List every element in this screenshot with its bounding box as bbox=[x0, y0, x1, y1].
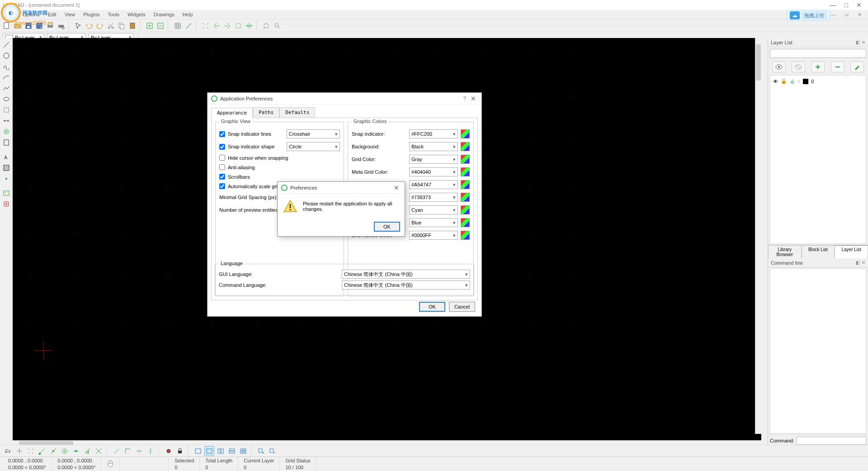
snap-ex-icon[interactable]: Ex bbox=[3, 446, 13, 456]
layer-filter-input[interactable] bbox=[770, 49, 866, 58]
snap-intersection-icon[interactable] bbox=[94, 446, 104, 456]
paste-icon[interactable] bbox=[127, 21, 137, 31]
snap-lines-checkbox[interactable] bbox=[219, 131, 225, 137]
restrict-nothing-icon[interactable] bbox=[112, 446, 122, 456]
cmd-close-icon[interactable]: ✕ bbox=[862, 260, 865, 265]
dimension-tool-icon[interactable] bbox=[1, 116, 11, 126]
tab-layer-list[interactable]: Layer List bbox=[835, 245, 868, 258]
zoom-auto-icon[interactable] bbox=[201, 21, 211, 31]
restrict-ortho-icon[interactable] bbox=[123, 446, 133, 456]
col6-color-btn[interactable] bbox=[461, 193, 470, 202]
zoom-in-icon[interactable] bbox=[145, 21, 155, 31]
select-tool-icon[interactable] bbox=[1, 105, 11, 115]
layer-lock-icon[interactable]: 🔒 bbox=[781, 78, 787, 84]
draft-mode-icon[interactable] bbox=[184, 21, 193, 31]
mdi-maximize-icon[interactable]: ▱ bbox=[840, 12, 853, 18]
find-icon[interactable] bbox=[272, 21, 282, 31]
hatch-tool-icon[interactable] bbox=[1, 163, 11, 173]
msg-title-bar[interactable]: Preferences ✕ bbox=[278, 182, 405, 194]
zoom-previous-icon[interactable] bbox=[212, 21, 222, 31]
layer-construct-icon[interactable]: # bbox=[797, 79, 800, 84]
info-tool-icon[interactable] bbox=[1, 138, 11, 147]
snap-grid-icon[interactable] bbox=[26, 446, 36, 456]
layer-showall-icon[interactable] bbox=[772, 62, 786, 72]
grid-color-btn[interactable] bbox=[461, 155, 470, 164]
point-tool-icon[interactable] bbox=[1, 174, 11, 184]
end-handle-color-btn[interactable] bbox=[461, 231, 470, 240]
col7-color-btn[interactable] bbox=[461, 205, 470, 214]
tab-library-browser[interactable]: Library Browser bbox=[768, 245, 802, 258]
cursor-icon[interactable] bbox=[73, 21, 83, 31]
col5-combo[interactable]: #A54747▾ bbox=[409, 180, 458, 189]
msg-close-icon[interactable]: ✕ bbox=[392, 184, 401, 191]
snap-free-icon[interactable] bbox=[14, 446, 24, 456]
menu-plugins[interactable]: Plugins bbox=[80, 11, 103, 18]
view-4-icon[interactable] bbox=[227, 446, 237, 456]
anti-alias-checkbox[interactable] bbox=[219, 164, 225, 170]
grid-combo[interactable]: Gray▾ bbox=[409, 155, 458, 164]
snap-distance-icon[interactable]: d bbox=[82, 446, 92, 456]
view-add-icon[interactable] bbox=[256, 446, 266, 456]
snap-ind-combo[interactable]: #FFC200▾ bbox=[409, 129, 458, 138]
layer-add-icon[interactable] bbox=[811, 62, 825, 72]
cmd-float-icon[interactable]: ◧ bbox=[856, 260, 860, 265]
restrict-vert-icon[interactable] bbox=[146, 446, 156, 456]
tab-block-list[interactable]: Block List bbox=[802, 245, 835, 258]
relative-zero-icon[interactable] bbox=[164, 446, 174, 456]
redo-icon[interactable] bbox=[95, 21, 105, 31]
layer-hideall-icon[interactable] bbox=[792, 62, 805, 72]
menu-drawings[interactable]: Drawings bbox=[150, 11, 178, 18]
handle-combo[interactable]: Blue▾ bbox=[409, 218, 458, 227]
layer-row-0[interactable]: 👁 🔒 🖨 # 0 bbox=[772, 77, 864, 85]
restrict-horiz-icon[interactable] bbox=[134, 446, 144, 456]
scrollbars-checkbox[interactable] bbox=[219, 174, 225, 180]
snap-onentity-icon[interactable] bbox=[48, 446, 58, 456]
arc-tool-icon[interactable] bbox=[1, 72, 11, 82]
view-1-icon[interactable] bbox=[193, 446, 203, 456]
layer-visible-icon[interactable]: 👁 bbox=[773, 79, 778, 84]
grid-toggle-icon[interactable] bbox=[173, 21, 183, 31]
block-tool-icon[interactable] bbox=[1, 199, 11, 209]
cloud-upload-badge[interactable]: ☁ 拖拽上传 bbox=[787, 10, 830, 21]
col7-combo[interactable]: Cyan▾ bbox=[409, 205, 458, 214]
menu-help[interactable]: Help bbox=[179, 11, 197, 18]
lock-relative-icon[interactable] bbox=[175, 446, 185, 456]
msg-ok-button[interactable]: OK bbox=[374, 222, 400, 232]
polyline-tool-icon[interactable] bbox=[1, 83, 11, 93]
regen-icon[interactable] bbox=[261, 21, 271, 31]
cut-icon[interactable] bbox=[106, 21, 116, 31]
tab-appearance[interactable]: Appearance bbox=[211, 108, 253, 118]
bg-combo[interactable]: Black▾ bbox=[409, 142, 458, 151]
layer-remove-icon[interactable] bbox=[831, 62, 844, 72]
panel-close-icon[interactable]: ✕ bbox=[862, 40, 865, 45]
cmd-lang-combo[interactable]: Chinese 简体中文 (China 中国)▾ bbox=[342, 281, 470, 290]
command-input[interactable] bbox=[796, 437, 866, 445]
view-2-icon[interactable] bbox=[204, 446, 214, 456]
close-icon[interactable]: ✕ bbox=[856, 1, 862, 9]
line-tool-icon[interactable] bbox=[1, 40, 11, 50]
panel-float-icon[interactable]: ◧ bbox=[856, 40, 860, 45]
prefs-help-icon[interactable]: ? bbox=[460, 95, 469, 102]
modify-tool-icon[interactable] bbox=[1, 127, 11, 137]
end-handle-combo[interactable]: #0000FF▾ bbox=[409, 231, 458, 240]
tab-defaults[interactable]: Defaults bbox=[279, 107, 315, 118]
vertical-scrollbar[interactable] bbox=[755, 38, 761, 434]
menu-view[interactable]: View bbox=[61, 11, 79, 18]
ellipse-tool-icon[interactable] bbox=[1, 94, 11, 104]
prefs-close-icon[interactable]: ✕ bbox=[469, 95, 478, 102]
layer-print-icon[interactable]: 🖨 bbox=[790, 79, 795, 84]
zoom-out-icon[interactable] bbox=[156, 21, 165, 31]
snap-center-icon[interactable] bbox=[60, 446, 70, 456]
menu-tools[interactable]: Tools bbox=[104, 11, 123, 18]
prefs-cancel-button[interactable]: Cancel bbox=[449, 302, 475, 312]
menu-widgets[interactable]: Widgets bbox=[124, 11, 149, 18]
snap-shape-checkbox[interactable] bbox=[219, 144, 225, 150]
text-tool-icon[interactable]: A bbox=[1, 152, 11, 162]
circle-tool-icon[interactable] bbox=[1, 51, 11, 61]
zoom-redo-icon[interactable] bbox=[222, 21, 232, 31]
meta-grid-color-btn[interactable] bbox=[461, 167, 470, 176]
snap-ind-color-btn[interactable] bbox=[461, 129, 470, 138]
snap-endpoint-icon[interactable] bbox=[37, 446, 47, 456]
view-5-icon[interactable] bbox=[238, 446, 248, 456]
tab-paths[interactable]: Paths bbox=[253, 107, 279, 118]
